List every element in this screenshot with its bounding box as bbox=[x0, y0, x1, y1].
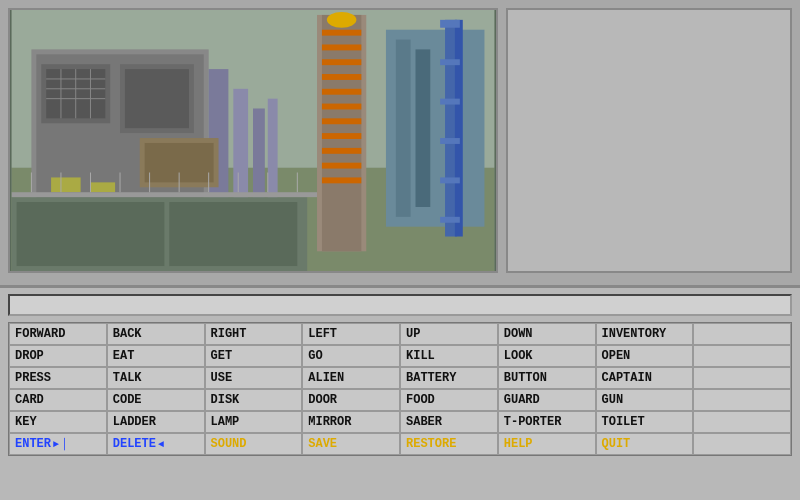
svg-rect-23 bbox=[322, 133, 361, 139]
cmd-button[interactable]: BUTTON bbox=[498, 367, 596, 389]
cmd-down[interactable]: DOWN bbox=[498, 323, 596, 345]
cmd-left[interactable]: LEFT bbox=[302, 323, 400, 345]
cmd-battery[interactable]: BATTERY bbox=[400, 367, 498, 389]
main-container: FORWARD BACK RIGHT LEFT UP DOWN INVENTOR… bbox=[0, 0, 800, 500]
svg-rect-4 bbox=[396, 40, 411, 217]
svg-rect-13 bbox=[440, 217, 460, 223]
svg-rect-26 bbox=[322, 177, 361, 183]
svg-rect-5 bbox=[416, 49, 431, 207]
svg-rect-19 bbox=[322, 74, 361, 80]
cmd-key[interactable]: KEY bbox=[9, 411, 107, 433]
svg-rect-10 bbox=[440, 99, 460, 105]
cmd-ladder[interactable]: LADDER bbox=[107, 411, 205, 433]
cmd-code[interactable]: CODE bbox=[107, 389, 205, 411]
svg-point-27 bbox=[327, 12, 357, 28]
cmd-guard[interactable]: GUARD bbox=[498, 389, 596, 411]
cursor-icon: │ bbox=[61, 438, 68, 450]
svg-rect-18 bbox=[322, 59, 361, 65]
cmd-restore[interactable]: RESTORE bbox=[400, 433, 498, 455]
svg-rect-16 bbox=[322, 30, 361, 36]
svg-rect-22 bbox=[322, 118, 361, 124]
svg-rect-44 bbox=[233, 89, 248, 197]
top-section bbox=[0, 0, 800, 285]
svg-rect-17 bbox=[322, 44, 361, 50]
cmd-food[interactable]: FOOD bbox=[400, 389, 498, 411]
cmd-delete[interactable]: DELETE ◄ bbox=[107, 433, 205, 455]
cmd-mirror[interactable]: MIRROR bbox=[302, 411, 400, 433]
cmd-go[interactable]: GO bbox=[302, 345, 400, 367]
svg-rect-8 bbox=[440, 20, 460, 28]
cmd-help[interactable]: HELP bbox=[498, 433, 596, 455]
cmd-toilet[interactable]: TOILET bbox=[596, 411, 694, 433]
cmd-quit[interactable]: QUIT bbox=[596, 433, 694, 455]
cmd-empty-1 bbox=[693, 323, 791, 345]
cmd-card[interactable]: CARD bbox=[9, 389, 107, 411]
svg-rect-49 bbox=[51, 177, 81, 192]
delete-arrow-icon: ◄ bbox=[158, 439, 164, 450]
cmd-empty-4 bbox=[693, 389, 791, 411]
cmd-t-porter[interactable]: T-PORTER bbox=[498, 411, 596, 433]
svg-rect-11 bbox=[440, 138, 460, 144]
command-grid: FORWARD BACK RIGHT LEFT UP DOWN INVENTOR… bbox=[8, 322, 792, 456]
cmd-eat[interactable]: EAT bbox=[107, 345, 205, 367]
cmd-lamp[interactable]: LAMP bbox=[205, 411, 303, 433]
cmd-press[interactable]: PRESS bbox=[9, 367, 107, 389]
cmd-saber[interactable]: SABER bbox=[400, 411, 498, 433]
cmd-kill[interactable]: KILL bbox=[400, 345, 498, 367]
cmd-right[interactable]: RIGHT bbox=[205, 323, 303, 345]
svg-rect-51 bbox=[12, 192, 317, 197]
svg-rect-7 bbox=[455, 20, 463, 237]
enter-arrow-icon: ► bbox=[53, 439, 59, 450]
svg-rect-25 bbox=[322, 163, 361, 169]
cmd-talk[interactable]: TALK bbox=[107, 367, 205, 389]
svg-rect-46 bbox=[268, 99, 278, 197]
cmd-get[interactable]: GET bbox=[205, 345, 303, 367]
cmd-sound[interactable]: SOUND bbox=[205, 433, 303, 455]
enter-label: ENTER bbox=[15, 437, 51, 451]
command-panel: FORWARD BACK RIGHT LEFT UP DOWN INVENTOR… bbox=[0, 285, 800, 500]
svg-rect-21 bbox=[322, 104, 361, 110]
cmd-disk[interactable]: DISK bbox=[205, 389, 303, 411]
cmd-empty-2 bbox=[693, 345, 791, 367]
cmd-gun[interactable]: GUN bbox=[596, 389, 694, 411]
svg-rect-45 bbox=[253, 108, 265, 197]
cmd-enter[interactable]: ENTER ► │ bbox=[9, 433, 107, 455]
cmd-door[interactable]: DOOR bbox=[302, 389, 400, 411]
right-panel bbox=[506, 8, 792, 273]
cmd-alien[interactable]: ALIEN bbox=[302, 367, 400, 389]
svg-rect-24 bbox=[322, 148, 361, 154]
cmd-forward[interactable]: FORWARD bbox=[9, 323, 107, 345]
cmd-captain[interactable]: CAPTAIN bbox=[596, 367, 694, 389]
cmd-save[interactable]: SAVE bbox=[302, 433, 400, 455]
delete-label: DELETE bbox=[113, 437, 156, 451]
svg-rect-41 bbox=[17, 202, 165, 266]
cmd-open[interactable]: OPEN bbox=[596, 345, 694, 367]
cmd-back[interactable]: BACK bbox=[107, 323, 205, 345]
svg-rect-12 bbox=[440, 177, 460, 183]
cmd-use[interactable]: USE bbox=[205, 367, 303, 389]
text-input[interactable] bbox=[8, 294, 792, 316]
svg-rect-20 bbox=[322, 89, 361, 95]
svg-rect-9 bbox=[440, 59, 460, 65]
cmd-look[interactable]: LOOK bbox=[498, 345, 596, 367]
cmd-inventory[interactable]: INVENTORY bbox=[596, 323, 694, 345]
svg-rect-39 bbox=[125, 69, 189, 128]
cmd-empty-5 bbox=[693, 411, 791, 433]
svg-rect-50 bbox=[90, 182, 115, 192]
cmd-empty-3 bbox=[693, 367, 791, 389]
scene-panel bbox=[8, 8, 498, 273]
svg-rect-42 bbox=[169, 202, 297, 266]
cmd-empty-6 bbox=[693, 433, 791, 455]
cmd-drop[interactable]: DROP bbox=[9, 345, 107, 367]
cmd-up[interactable]: UP bbox=[400, 323, 498, 345]
